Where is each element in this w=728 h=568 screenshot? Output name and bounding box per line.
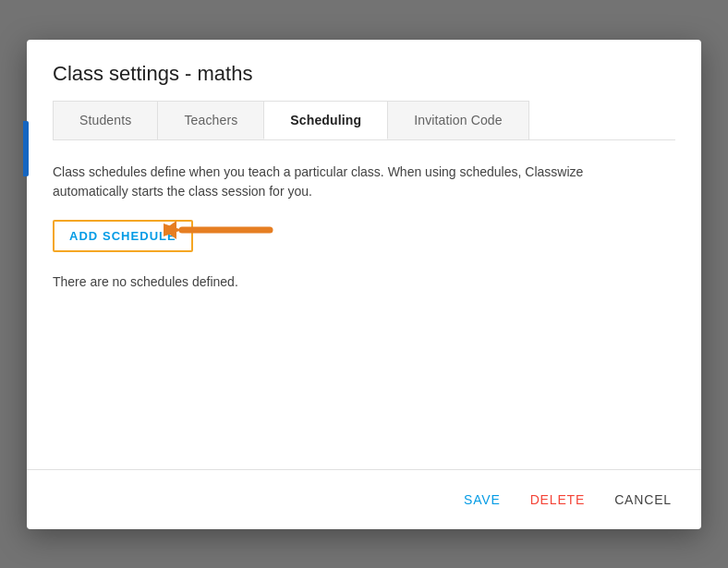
dialog-title: Class settings - maths xyxy=(53,62,675,86)
tab-teachers[interactable]: Teachers xyxy=(157,101,264,139)
dialog-header: Class settings - maths Students Teachers… xyxy=(27,40,701,140)
tabs: Students Teachers Scheduling Invitation … xyxy=(53,101,675,140)
no-schedules-text: There are no schedules defined. xyxy=(53,274,675,289)
add-schedule-button[interactable]: ADD SCHEDULE xyxy=(53,220,193,252)
tab-scheduling[interactable]: Scheduling xyxy=(263,101,388,139)
cancel-button[interactable]: CANCEL xyxy=(611,485,675,514)
tab-invitation-code[interactable]: Invitation Code xyxy=(387,101,529,139)
scheduling-description: Class schedules define when you teach a … xyxy=(53,163,588,201)
dialog-footer: SAVE DELETE CANCEL xyxy=(27,469,701,529)
dialog-body: Class schedules define when you teach a … xyxy=(27,140,701,469)
left-accent xyxy=(23,121,29,176)
save-button[interactable]: SAVE xyxy=(460,485,504,514)
dialog: Class settings - maths Students Teachers… xyxy=(27,40,701,529)
tab-students[interactable]: Students xyxy=(53,101,158,139)
delete-button[interactable]: DELETE xyxy=(527,485,589,514)
